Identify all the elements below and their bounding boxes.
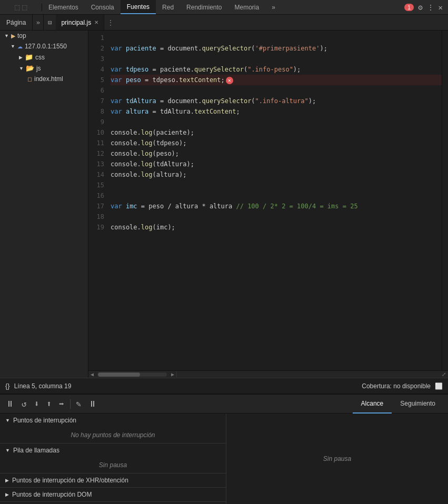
error-icon: ✕ xyxy=(226,77,233,84)
page-label: Página xyxy=(6,19,26,26)
tab-alcance[interactable]: Alcance xyxy=(353,395,392,414)
call-stack-label: Pila de llamadas xyxy=(13,447,59,454)
top-toolbar: ⬚ ⬚ Elementos Consola Fuentes Red Rendim… xyxy=(0,0,448,15)
debug-toolbar: ⏸ ↺ ⬇ ⬆ ➡ ✎ ⏸ Alcance Seguimiento xyxy=(0,395,448,414)
dots-icon[interactable]: ⋮ xyxy=(104,19,117,26)
scroll-left-arrow[interactable]: ◀ xyxy=(88,371,96,377)
xhr-label: Puntos de interrupción de XHR/obtención xyxy=(12,477,128,484)
main-area: ▼ ▶ top ▼ ☁ 127.0.0.1:1550 ▶ 📁 css ▼ 📂 j… xyxy=(0,31,448,378)
arrow-icon: ▼ xyxy=(4,33,9,38)
status-bar-right: Cobertura: no disponible ⬜ xyxy=(362,382,443,390)
tab-rendimiento[interactable]: Rendimiento xyxy=(180,0,228,14)
curly-braces-icon[interactable]: {} xyxy=(5,382,10,390)
breakpoints-label: Puntos de interrupción xyxy=(13,417,76,424)
code-line-8: var altura = tdAltura.textContent; xyxy=(111,106,442,117)
code-line-6 xyxy=(111,85,442,96)
file-icon: ◻ xyxy=(27,76,32,83)
xhr-header[interactable]: ▶ Puntos de interrupción de XHR/obtenció… xyxy=(0,473,226,487)
code-line-15 xyxy=(111,180,442,190)
tree-label-top: top xyxy=(17,32,26,39)
horizontal-scrollbar[interactable]: ◀ ▶ ⤢ xyxy=(88,370,448,378)
debug-tabs: Alcance Seguimiento xyxy=(353,395,444,414)
tree-item-js[interactable]: ▼ 📂 js xyxy=(0,63,88,74)
dont-pause-button[interactable]: ⏸ xyxy=(87,397,98,410)
status-bar: {} Línea 5, columna 19 Cobertura: no dis… xyxy=(0,378,448,394)
code-line-12: console.log(peso); xyxy=(111,148,442,159)
file-tab-principal[interactable]: principal.js ✕ xyxy=(56,15,104,30)
code-line-4: var tdpeso = paciente.querySelector(".in… xyxy=(111,64,442,75)
toolbar-icons: 1 ⚙ ⋮ ✕ xyxy=(404,3,448,12)
tab-red[interactable]: Red xyxy=(156,0,180,14)
expand-icon[interactable]: ⤢ xyxy=(440,371,448,378)
expand-panel-icon[interactable]: ⬜ xyxy=(435,382,443,390)
arrow-right-icon: ▶ xyxy=(5,492,9,497)
sin-pausa-label: Sin pausa xyxy=(323,455,351,462)
code-line-5: var peso = tdpeso.textContent;✕ xyxy=(111,75,442,85)
scope-panel: Sin pausa xyxy=(226,414,448,504)
step-into-button[interactable]: ⬆ xyxy=(45,397,53,410)
error-badge: 1 xyxy=(404,4,414,11)
panel-content: ▼ Puntos de interrupción No hay puntos d… xyxy=(0,414,448,504)
tab-seguimiento[interactable]: Seguimiento xyxy=(392,395,444,414)
deactivate-button[interactable]: ✎ xyxy=(75,397,83,410)
code-line-14: console.log(altura); xyxy=(111,169,442,180)
tab-fuentes[interactable]: Fuentes xyxy=(121,0,156,14)
arrow-down-icon: ▼ xyxy=(5,418,10,423)
line-numbers: 1 2 3 4 5 6 7 8 9 10 11 12 13 14 15 16 1… xyxy=(88,31,108,370)
code-line-13: console.log(tdAltura); xyxy=(111,159,442,169)
pause-button[interactable]: ⏸ xyxy=(4,397,16,410)
code-line-11: console.log(tdpeso); xyxy=(111,138,442,148)
tree-item-css[interactable]: ▶ 📁 css xyxy=(0,52,88,63)
page-tab[interactable]: Página xyxy=(0,15,33,30)
xhr-section: ▶ Puntos de interrupción de XHR/obtenció… xyxy=(0,473,226,488)
code-content[interactable]: 1 2 3 4 5 6 7 8 9 10 11 12 13 14 15 16 1… xyxy=(88,31,448,370)
step-out-button[interactable]: ➡ xyxy=(57,397,66,410)
breakpoints-section: ▼ Puntos de interrupción No hay puntos d… xyxy=(0,414,226,443)
file-tab-close[interactable]: ✕ xyxy=(94,19,98,25)
code-line-16 xyxy=(111,190,442,201)
tree-item-top[interactable]: ▼ ▶ top xyxy=(0,31,88,41)
tab-elementos[interactable]: Elementos xyxy=(42,0,85,14)
tab-more[interactable]: » xyxy=(265,0,282,14)
call-stack-header[interactable]: ▼ Pila de llamadas xyxy=(0,443,226,457)
h-scroll-thumb-left xyxy=(98,372,140,377)
folder-icon: ▶ xyxy=(11,33,15,39)
cursor-position: Línea 5, columna 19 xyxy=(14,382,72,390)
resume-button[interactable]: ↺ xyxy=(20,397,28,410)
code-lines: var paciente = document.querySelector('#… xyxy=(108,31,442,370)
tree-item-host[interactable]: ▼ ☁ 127.0.0.1:1550 xyxy=(0,41,88,52)
tree-label-index: index.html xyxy=(34,75,63,83)
breakpoints-empty: No hay puntos de interrupción xyxy=(0,427,226,443)
step-over-button[interactable]: ⬇ xyxy=(33,397,41,410)
arrow-icon: ▼ xyxy=(19,66,24,71)
close-icon[interactable]: ✕ xyxy=(439,3,443,12)
code-line-2: var paciente = document.querySelector('#… xyxy=(111,43,442,54)
dom-header[interactable]: ▶ Puntos de interrupción DOM xyxy=(0,488,226,501)
h-scroll-track-left xyxy=(98,372,167,377)
scroll-right-arrow[interactable]: ▶ xyxy=(169,371,176,377)
secondary-more[interactable]: » xyxy=(33,18,43,26)
cloud-icon: ☁ xyxy=(17,44,23,49)
tree-item-index[interactable]: ◻ index.html xyxy=(0,74,88,84)
settings-icon[interactable]: ⚙ xyxy=(418,3,422,12)
folder-blue-icon: 📁 xyxy=(25,53,33,61)
coverage-status: Cobertura: no disponible xyxy=(362,382,431,390)
tab-memoria[interactable]: Memoria xyxy=(228,0,265,14)
code-line-17: var imc = peso / altura * altura // 100 … xyxy=(111,201,442,211)
tree-label-css: css xyxy=(35,54,45,61)
tab-consola[interactable]: Consola xyxy=(85,0,121,14)
code-line-19: console.log(imc); xyxy=(111,222,442,233)
code-line-7: var tdAltura = document.querySelector(".… xyxy=(111,96,442,106)
dom-section: ▶ Puntos de interrupción DOM xyxy=(0,488,226,502)
dom-label: Puntos de interrupción DOM xyxy=(12,491,92,498)
call-stack-section: ▼ Pila de llamadas Sin pausa xyxy=(0,443,226,473)
secondary-toolbar: Página » ⊟ principal.js ✕ ⋮ xyxy=(0,15,448,31)
layout-icon[interactable]: ⊟ xyxy=(44,19,56,26)
folder-blue-open-icon: 📂 xyxy=(26,64,34,72)
more-icon[interactable]: ⋮ xyxy=(427,3,434,12)
file-tab-label: principal.js xyxy=(61,19,91,26)
breakpoints-header[interactable]: ▼ Puntos de interrupción xyxy=(0,414,226,427)
h-scroll-left: ◀ ▶ xyxy=(88,371,177,377)
bottom-panel: ⏸ ↺ ⬇ ⬆ ➡ ✎ ⏸ Alcance Seguimiento ▼ Punt… xyxy=(0,394,448,504)
vertical-scrollbar[interactable] xyxy=(442,31,448,370)
